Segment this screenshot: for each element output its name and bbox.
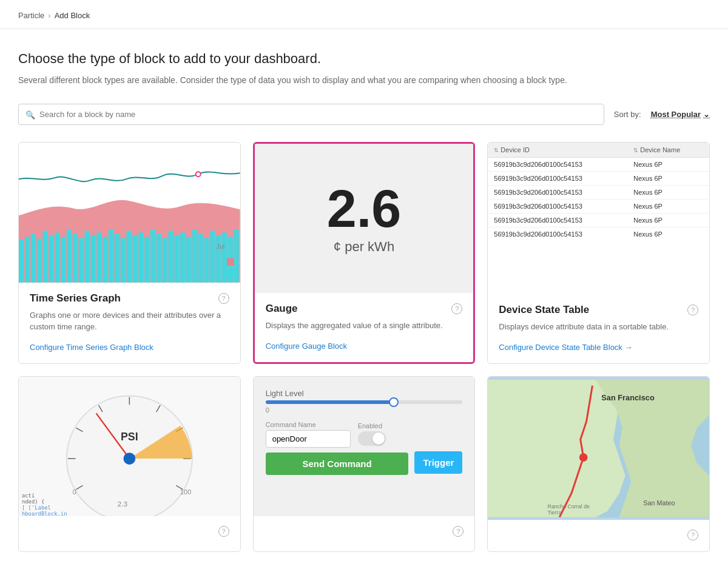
table-row: 56919b3c9d206d0100c54153Nexus 6P [488,214,709,227]
svg-rect-24 [163,238,167,282]
svg-rect-4 [42,230,47,282]
dst-preview: ⇅Device ID ⇅Device Name 56919b3c9d206d01… [488,143,709,294]
svg-rect-28 [186,237,191,282]
send-command-button[interactable]: Send Command [266,453,409,475]
svg-text:[ ['Label: [ ['Label [22,504,51,510]
block-info-time-series: Time Series Graph ? Graphs one or more d… [19,283,240,363]
dst-col-device-id: ⇅Device ID [488,143,627,158]
enabled-toggle[interactable] [358,431,386,446]
help-icon-dst[interactable]: ? [687,305,698,315]
svg-rect-14 [103,237,107,282]
search-wrapper: 🔍 [18,104,604,125]
svg-rect-13 [96,232,101,282]
page-title: Choose the type of block to add to your … [18,51,710,67]
table-row: 56919b3c9d206d0100c54153Nexus 6P [488,172,709,186]
svg-rect-10 [79,238,84,282]
trigger-button[interactable]: Trigger [414,451,462,474]
toggle-knob [372,432,385,445]
page-subtitle: Several different block types are availa… [18,74,710,87]
svg-rect-25 [168,230,173,282]
configure-time-series-link[interactable]: Configure Time Series Graph Block [30,343,153,352]
svg-rect-8 [67,229,72,282]
svg-rect-33 [216,235,221,282]
svg-text:Jul: Jul [216,243,224,250]
block-title-time-series: Time Series Graph [30,292,121,305]
command-name-col: Command Name [266,421,351,448]
svg-rect-39 [227,269,234,277]
configure-dst-link[interactable]: Configure Device State Table Block → [499,343,632,352]
slider-track[interactable] [266,400,463,404]
block-info-map: ? [488,520,709,551]
slider-fill [266,400,394,404]
search-sort-row: 🔍 Sort by: Most Popular ⌄ [18,104,710,125]
svg-rect-15 [109,229,113,282]
block-title-gauge: Gauge [266,303,298,315]
svg-text:100: 100 [180,488,191,496]
time-series-preview: Jul [19,143,240,283]
sort-dropdown[interactable]: Most Popular ⌄ [651,110,710,119]
block-desc-time-series: Graphs one or more devices and their att… [30,309,229,333]
svg-rect-17 [121,238,126,282]
svg-rect-22 [150,229,155,282]
svg-rect-1 [25,237,30,282]
svg-rect-6 [55,232,59,282]
block-title-row-gauge: Gauge ? [266,303,463,315]
block-card-time-series: Jul Time Series Graph ? Graphs one or mo… [18,142,241,364]
breadcrumb-brand[interactable]: Particle [18,11,44,20]
help-icon-psi[interactable]: ? [218,526,229,537]
gauge-value: 2.6 [327,182,401,235]
svg-text:nded) {: nded) { [22,499,44,505]
dst-table: ⇅Device ID ⇅Device Name 56919b3c9d206d01… [488,143,709,241]
svg-rect-26 [174,235,179,282]
svg-text:Tierra: Tierra [548,509,562,515]
svg-text:acti: acti [22,493,35,499]
table-row: 56919b3c9d206d0100c54153Nexus 6P [488,227,709,241]
svg-rect-30 [198,234,203,282]
svg-point-37 [196,172,201,177]
svg-rect-2 [31,234,36,282]
svg-rect-21 [144,237,149,282]
svg-rect-5 [49,235,53,282]
block-info-input: ? [254,516,475,548]
psi-preview: PSI 0 100 2.3 acti nded) { [ ['Label hbo… [19,377,240,517]
block-card-input-control: Light Level 0 Command Name Enabled [253,376,476,553]
send-trigger-row: Send Command Trigger [266,450,463,475]
svg-text:Rancho Corral de: Rancho Corral de [548,503,590,510]
block-info-dst: Device State Table ? Displays device att… [488,294,709,363]
svg-rect-34 [222,232,227,282]
block-title-row: Time Series Graph ? [30,292,229,305]
slider-zero-label: 0 [266,406,463,414]
help-icon-time-series[interactable]: ? [218,293,229,304]
block-card-device-state-table: ⇅Device ID ⇅Device Name 56919b3c9d206d01… [487,142,710,364]
table-row: 56919b3c9d206d0100c54153Nexus 6P [488,186,709,200]
block-title-row-dst: Device State Table ? [499,304,698,316]
blocks-grid-row2: PSI 0 100 2.3 acti nded) { [ ['Label hbo… [18,376,710,553]
configure-gauge-link[interactable]: Configure Gauge Block [266,342,347,351]
block-title-dst: Device State Table [499,304,589,316]
top-bar: Particle › Add Block [0,0,728,29]
gauge-unit: ¢ per kWh [334,239,394,255]
help-icon-gauge[interactable]: ? [451,303,462,314]
svg-rect-7 [61,237,66,282]
svg-text:San Francisco: San Francisco [602,393,655,402]
svg-rect-11 [84,230,89,282]
block-card-psi: PSI 0 100 2.3 acti nded) { [ ['Label hbo… [18,376,241,553]
svg-rect-19 [132,235,137,282]
block-desc-gauge: Displays the aggregated value of a singl… [266,320,463,332]
map-preview: San Francisco San Mateo Rancho Corral de… [488,377,709,520]
help-icon-input[interactable]: ? [453,526,463,537]
svg-text:0: 0 [73,488,76,496]
command-name-label: Command Name [266,421,351,428]
help-icon-map[interactable]: ? [687,530,698,540]
table-row: 56919b3c9d206d0100c54153Nexus 6P [488,200,709,214]
command-name-input[interactable] [266,430,351,448]
svg-rect-38 [227,258,234,266]
svg-rect-23 [157,234,161,282]
input-control-preview: Light Level 0 Command Name Enabled [254,377,475,516]
block-info-gauge: Gauge ? Displays the aggregated value of… [255,293,474,362]
search-input[interactable] [18,104,604,125]
gauge-preview: 2.6 ¢ per kWh [255,144,474,293]
svg-rect-31 [204,238,209,282]
chevron-down-icon: ⌄ [703,110,710,119]
table-row: 56919b3c9d206d0100c54153Nexus 6P [488,158,709,172]
